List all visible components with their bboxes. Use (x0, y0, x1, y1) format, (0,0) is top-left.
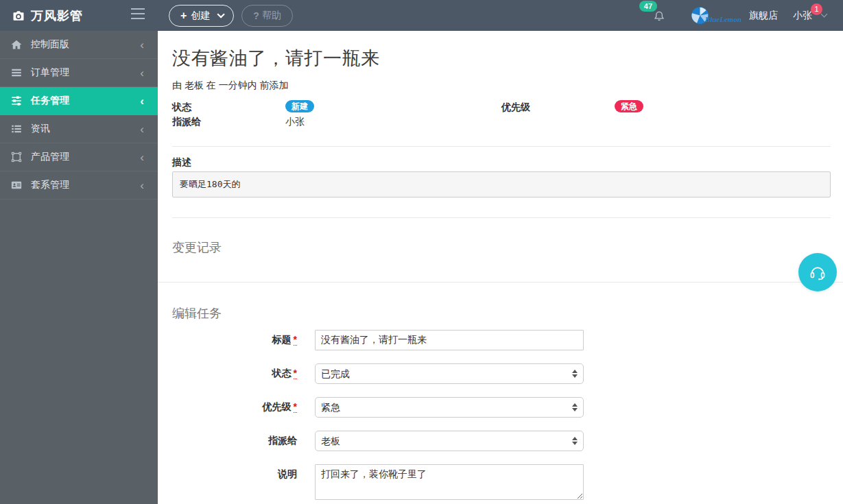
chevron-left-icon: ‹ (140, 123, 144, 135)
bell-icon (652, 9, 666, 24)
app-title: 万风影管 (31, 8, 83, 24)
sidebar-item-orders[interactable]: 订单管理 ‹ (0, 59, 158, 87)
chevron-left-icon: ‹ (140, 180, 144, 191)
description-label: 描述 (172, 156, 831, 169)
main-content: 没有酱油了，请打一瓶来 由 老板 在 一分钟内 前添加 状态 新建 指派给 小张… (158, 0, 843, 504)
priority-label: 优先级 (501, 100, 615, 114)
priority-field-label: 优先级* (172, 397, 297, 418)
support-chat-button[interactable] (798, 253, 837, 291)
assignee-field-label: 指派给 (172, 431, 297, 451)
topbar: 万风影管 + 创建 ? 帮助 47 BlueLemon 旗舰店 (0, 0, 843, 31)
product-frame-icon (10, 151, 23, 163)
user-name: 小张 (793, 10, 812, 22)
priority-badge: 紧急 (615, 100, 643, 112)
camera-icon (12, 9, 25, 23)
status-label: 状态 (172, 100, 285, 114)
edit-task-heading: 编辑任务 (172, 305, 831, 322)
sidebar-item-label: 套系管理 (31, 179, 140, 191)
sidebar-item-products[interactable]: 产品管理 ‹ (0, 143, 158, 171)
user-menu[interactable]: 小张 1 (793, 10, 827, 22)
headset-icon (808, 263, 827, 282)
list-icon (10, 123, 23, 135)
sidebar: 控制面版 ‹ 订单管理 ‹ 任务管理 ‹ 资讯 ‹ (0, 31, 158, 504)
topbar-right: 47 BlueLemon 旗舰店 小张 1 (651, 5, 843, 26)
orders-icon (10, 67, 23, 79)
title-input[interactable] (315, 330, 584, 350)
help-button-label: 帮助 (262, 10, 281, 22)
notifications-button[interactable]: 47 (651, 5, 667, 26)
bluelemon-wordmark: BlueLemon (705, 15, 741, 23)
sidebar-item-label: 订单管理 (31, 67, 140, 79)
assignee-value: 小张 (285, 115, 305, 128)
app-brand: 万风影管 (0, 0, 158, 31)
help-button[interactable]: ? 帮助 (241, 5, 293, 27)
priority-select[interactable]: 紧急 (315, 397, 584, 418)
required-mark: * (294, 334, 297, 346)
divider (172, 217, 831, 218)
home-icon (10, 38, 23, 51)
sidebar-item-label: 资讯 (31, 123, 140, 135)
create-button-label: 创建 (191, 10, 210, 22)
divider (158, 282, 843, 283)
status-field-label: 状态* (172, 363, 297, 384)
note-field-label: 说明 (172, 464, 297, 503)
task-byline: 由 老板 在 一分钟内 前添加 (172, 80, 831, 92)
required-mark: * (294, 368, 297, 379)
question-icon: ? (253, 10, 259, 21)
task-attributes: 状态 新建 指派给 小张 优先级 紧急 (172, 100, 831, 129)
store-link[interactable]: 旗舰店 (749, 10, 778, 22)
sidebar-item-tasks[interactable]: 任务管理 ‹ (0, 87, 158, 115)
changelog-heading: 变更记录 (172, 239, 831, 256)
edit-task-form: 标题* 状态* 已完成 优先级* 紧急 (172, 330, 831, 504)
menu-toggle-icon[interactable] (131, 8, 145, 22)
chevron-left-icon: ‹ (140, 152, 144, 163)
assignee-select[interactable]: 老板 (315, 431, 584, 451)
sidebar-item-label: 控制面版 (31, 38, 140, 51)
title-field-label: 标题* (172, 330, 297, 350)
bluelemon-logo[interactable]: BlueLemon (691, 6, 741, 25)
create-button[interactable]: + 创建 (169, 5, 234, 27)
sidebar-item-dashboard[interactable]: 控制面版 ‹ (0, 31, 158, 59)
page-title: 没有酱油了，请打一瓶来 (172, 46, 831, 71)
sidebar-item-news[interactable]: 资讯 ‹ (0, 115, 158, 143)
chevron-left-icon: ‹ (140, 39, 144, 51)
required-mark: * (294, 401, 297, 413)
note-textarea[interactable]: 打回来了，装你靴子里了 (315, 464, 584, 500)
assignee-label: 指派给 (172, 115, 285, 128)
chevron-down-icon (821, 11, 828, 18)
description-value: 要晒足180天的 (172, 171, 831, 197)
chevron-left-icon: ‹ (140, 95, 144, 107)
plus-icon: + (180, 10, 187, 22)
sidebar-item-label: 任务管理 (31, 95, 140, 107)
divider (172, 146, 831, 147)
chevron-left-icon: ‹ (140, 67, 144, 79)
sidebar-item-label: 产品管理 (31, 151, 140, 163)
status-badge: 新建 (285, 100, 314, 112)
status-select[interactable]: 已完成 (315, 363, 584, 384)
sidebar-item-packages[interactable]: 套系管理 ‹ (0, 171, 158, 200)
tasks-icon (10, 95, 23, 107)
chevron-down-icon (217, 10, 225, 18)
id-card-icon (10, 179, 23, 191)
